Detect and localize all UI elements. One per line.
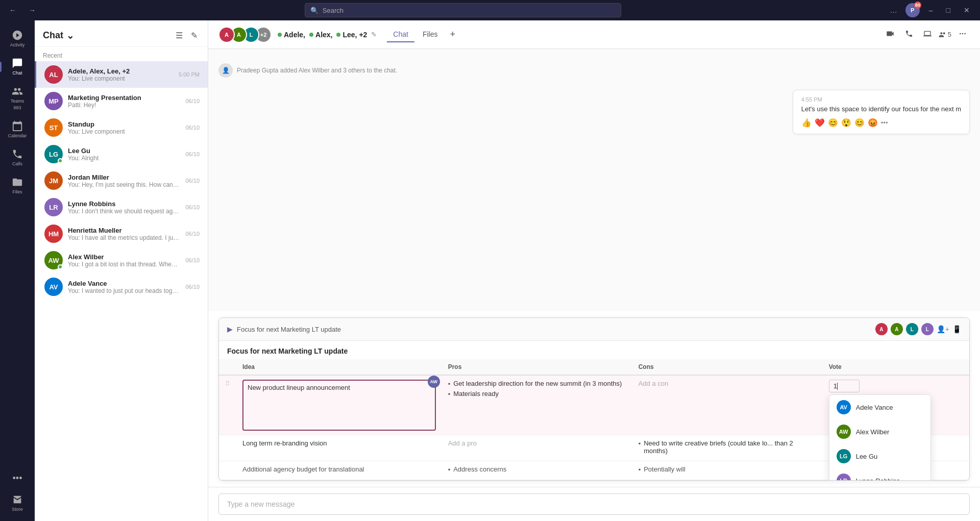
chat-item[interactable]: MP Marketing Presentation Patti: Hey! 06… <box>35 88 208 114</box>
header-avatar-4: L <box>921 323 934 335</box>
chat-title-button[interactable]: Chat ⌄ <box>43 30 74 41</box>
reaction-surprised[interactable]: 😲 <box>841 118 851 128</box>
vote-cell-1[interactable]: 1 AV Adele Vance AW Alex Wilb <box>823 375 969 435</box>
chat-item-time: 06/10 <box>185 284 200 290</box>
reaction-smile[interactable]: 😊 <box>828 118 838 128</box>
chat-list-panel: Chat ⌄ ☰ ✎ Recent AL Adele, Alex, Lee, +… <box>35 20 208 521</box>
svg-point-2 <box>964 33 966 34</box>
maximize-button[interactable]: □ <box>942 4 954 16</box>
chat-item[interactable]: AL Adele, Alex, Lee, +2 You: Live compon… <box>35 61 208 88</box>
minimize-button[interactable]: – <box>925 4 937 16</box>
message-input[interactable]: Type a new message <box>218 493 970 515</box>
chat-item[interactable]: LG Lee Gu You: Alright 06/10 <box>35 141 208 167</box>
chat-item[interactable]: JM Jordan Miller You: Hey, I'm just seei… <box>35 167 208 194</box>
idea-cell-3[interactable]: Additional agency budget for translation… <box>236 461 442 480</box>
chat-input-area: Type a new message <box>208 487 980 521</box>
chat-main-header: A A L +2 Adele, Alex, Lee, +2 ✎ <box>208 20 980 49</box>
reaction-laugh[interactable]: 😊 <box>854 118 865 128</box>
chat-item-preview: Patti: Hey! <box>68 102 180 109</box>
chat-item[interactable]: ST Standup You: Live component 06/10 <box>35 114 208 141</box>
dropdown-item-alex[interactable]: AW Alex Wilber <box>829 419 930 444</box>
drag-handle-1[interactable]: ⠿ <box>219 375 236 435</box>
chat-avatar: LR <box>44 198 63 216</box>
chat-item-name: Standup <box>68 120 180 128</box>
reaction-more[interactable]: ••• <box>881 119 888 127</box>
chat-item[interactable]: LR Lynne Robbins You: I don't think we s… <box>35 194 208 220</box>
pros-cell-3: • Address concerns <box>442 461 632 480</box>
audio-call-button[interactable] <box>902 27 916 43</box>
chat-item-time: 06/10 <box>185 125 200 131</box>
tab-chat[interactable]: Chat <box>387 27 414 42</box>
add-con-text[interactable]: Add a con <box>639 380 669 387</box>
add-tab-button[interactable]: + <box>446 27 460 42</box>
reaction-angry[interactable]: 😡 <box>868 118 878 128</box>
mobile-view-button[interactable]: 📱 <box>952 325 961 333</box>
forward-button[interactable]: → <box>26 4 39 16</box>
more-options-button[interactable]: … <box>887 4 900 16</box>
close-button[interactable]: ✕ <box>960 4 974 16</box>
chat-item-name: Jordan Miller <box>68 173 180 181</box>
sidebar-item-chat[interactable]: Chat <box>3 53 32 81</box>
video-call-button[interactable] <box>883 26 898 43</box>
sidebar-item-calendar[interactable]: Calendar <box>3 115 32 143</box>
chat-items: AL Adele, Alex, Lee, +2 You: Live compon… <box>35 61 208 521</box>
header-avatar-2: A <box>891 323 903 335</box>
reaction-thumbsup[interactable]: 👍 <box>801 118 812 128</box>
sidebar-item-calls[interactable]: Calls <box>3 143 32 171</box>
col-cons-header: Cons <box>632 359 823 375</box>
reaction-heart[interactable]: ❤️ <box>815 118 825 128</box>
chevron-down-icon: ⌄ <box>66 30 74 41</box>
idea-cell-2[interactable]: Long term re-branding vision <box>236 435 442 461</box>
dropdown-name-adele: Adele Vance <box>856 404 893 411</box>
share-screen-button[interactable] <box>920 27 935 43</box>
tab-files[interactable]: Files <box>416 27 444 42</box>
pros-cell-2[interactable]: Add a pro <box>442 435 632 461</box>
chat-item[interactable]: AW Alex Wilber You: I got a bit lost in … <box>35 247 208 274</box>
sidebar-item-more[interactable]: ••• <box>3 468 32 489</box>
dropdown-item-lynne[interactable]: LR Lynne Robbins <box>829 468 930 480</box>
chat-item-info: Adele Vance You: I wanted to just put ou… <box>68 280 180 294</box>
more-header-button[interactable] <box>955 27 970 43</box>
group-avatars: A A L +2 <box>218 27 272 43</box>
back-button[interactable]: ← <box>6 4 19 16</box>
drag-handle-3[interactable] <box>219 461 236 480</box>
calls-icon <box>12 148 23 160</box>
dropdown-name-lynne: Lynne Robbins <box>856 477 900 481</box>
vote-input-1[interactable]: 1 <box>829 380 860 392</box>
chat-item-name: Adele, Alex, Lee, +2 <box>68 67 174 75</box>
sidebar-item-activity[interactable]: Activity <box>3 24 32 53</box>
chat-avatar: AV <box>44 278 63 296</box>
idea-text-3: Additional agency budget for translation… <box>242 465 364 473</box>
avatar-adele: A <box>218 27 235 43</box>
edit-name-button[interactable]: ✎ <box>371 31 377 38</box>
add-pro-text[interactable]: Add a pro <box>448 439 477 447</box>
sidebar-item-teams[interactable]: Teams 883 <box>3 81 32 115</box>
idea-cell-1[interactable]: New product lineup announcement AW <box>236 375 442 435</box>
name-alex: Alex, <box>309 31 332 39</box>
cons-cell-3: • Potentially will <box>632 461 823 480</box>
chat-item-preview: You: I have all the metrics updated. I j… <box>68 234 180 241</box>
dropdown-item-lee[interactable]: LG Lee Gu <box>829 444 930 468</box>
filter-button[interactable]: ☰ <box>174 29 185 42</box>
new-chat-button[interactable]: ✎ <box>189 29 200 42</box>
pro-item-2: • Materials ready <box>448 390 626 398</box>
idea-text-1: New product lineup announcement <box>248 384 350 391</box>
dropdown-avatar-lee: LG <box>837 449 851 463</box>
title-bar-left: ← → <box>6 4 39 16</box>
search-bar[interactable]: 🔍 Search <box>305 3 621 17</box>
phone-icon <box>905 30 913 38</box>
sidebar-item-files[interactable]: Files <box>3 171 32 200</box>
share-component-button[interactable]: 👤+ <box>937 325 949 333</box>
sidebar-item-store[interactable]: Store <box>3 489 32 517</box>
chat-item-info: Lynne Robbins You: I don't think we shou… <box>68 200 180 215</box>
chat-item-info: Adele, Alex, Lee, +2 You: Live component <box>68 67 174 82</box>
dropdown-item-adele[interactable]: AV Adele Vance <box>829 395 930 419</box>
user-avatar[interactable]: P 80 <box>905 3 920 17</box>
chat-item[interactable]: AV Adele Vance You: I wanted to just put… <box>35 274 208 300</box>
drag-handle-2[interactable] <box>219 435 236 461</box>
chat-item[interactable]: HM Henrietta Mueller You: I have all the… <box>35 220 208 247</box>
live-component-icon: ▶ <box>227 325 233 333</box>
chat-panel-title: Chat <box>43 30 63 41</box>
cons-cell-1[interactable]: Add a con <box>632 375 823 435</box>
idea-selected-cell[interactable]: New product lineup announcement AW <box>242 380 436 431</box>
